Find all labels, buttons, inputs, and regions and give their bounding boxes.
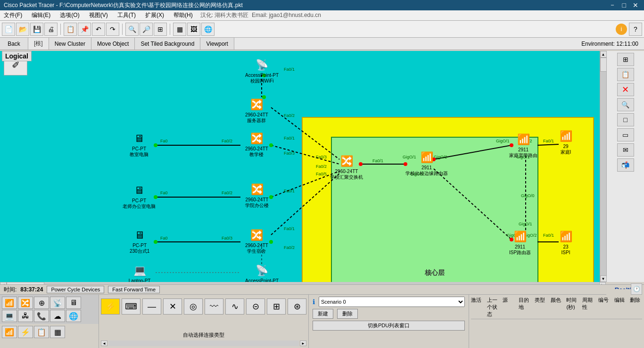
menu-edit[interactable]: 编辑(E) (30, 11, 52, 20)
toolbar-zoom-fit[interactable]: ⊞ (154, 23, 167, 36)
menu-extend[interactable]: 扩展(X) (143, 11, 166, 20)
toolbar-redo[interactable]: ↷ (106, 23, 119, 36)
new-cluster-button[interactable]: New Cluster (49, 38, 91, 50)
conn-scroll-right[interactable]: ► (300, 340, 306, 346)
clock-button[interactable]: 🕐 (631, 283, 642, 295)
device-router-home[interactable]: 📶 2911家庭宽带路由 (509, 132, 537, 158)
device-pc-class[interactable]: 🖥 PC-PT教室电脑 (130, 131, 149, 157)
laptop-icon: 💻 (130, 263, 149, 278)
device-pc-teacher[interactable]: 🖥 PC-PT老师办公室电脑 (123, 183, 156, 209)
dev-phone-btn[interactable]: 📞 (34, 310, 49, 322)
col-time: 时间(秒) (566, 297, 578, 318)
maximize-button[interactable]: □ (620, 1, 628, 9)
device-switch-office[interactable]: 🔀 2960-24TT学院办公楼 (245, 182, 269, 208)
device-home2[interactable]: 📶 29家庭I (556, 129, 575, 155)
toolbar-zoom-in[interactable]: 🔍 (125, 23, 139, 36)
toolbar-info[interactable]: i (616, 24, 627, 35)
rp-copy[interactable]: 📋 (617, 68, 634, 81)
dev-wan-btn[interactable]: 🌐 (66, 310, 81, 322)
menu-options[interactable]: 选项(O) (58, 11, 81, 20)
vertical-scrollbar[interactable]: ▲ ▼ (600, 51, 606, 282)
toolbar-custom[interactable]: 🌐 (201, 23, 215, 36)
dev-cat-switch[interactable]: ⚡ (18, 326, 33, 338)
conn-fiber[interactable]: ◎ (184, 298, 203, 315)
toolbar-question[interactable]: ? (629, 23, 642, 36)
conn-phone[interactable]: 〰 (205, 298, 223, 315)
dev-cloud-btn[interactable]: ☁ (50, 310, 65, 322)
pdu-list-button[interactable]: 切换PDU列表窗口 (313, 321, 465, 331)
scenario-select[interactable]: Scenario 0 (319, 297, 465, 307)
device-switch-student[interactable]: 🔀 2960-24TT学生宿舍 (245, 228, 268, 254)
close-button[interactable]: ✕ (631, 1, 640, 9)
right-panel: ⊞ 📋 ✕ 🔍 □ ▭ ✉ 📬 (606, 51, 644, 282)
set-tiled-bg-button[interactable]: Set Tiled Background (135, 38, 200, 50)
move-object-button[interactable]: Move Object (91, 38, 135, 50)
conn-octal[interactable]: ⊛ (288, 298, 306, 315)
toolbar-new[interactable]: 📄 (2, 23, 15, 36)
conn-serial-dce[interactable]: ⊝ (246, 298, 265, 315)
delete-scenario-button[interactable]: 删除 (337, 309, 358, 319)
power-cycle-button[interactable]: Power Cycle Devices (47, 286, 104, 293)
toolbar-zoom-out[interactable]: 🔎 (140, 23, 153, 36)
rp-rect[interactable]: ▭ (617, 128, 634, 141)
device-switch-teach[interactable]: 🔀 2960-24TT教学楼 (245, 131, 268, 157)
dev-hub-btn[interactable]: ⊕ (34, 297, 49, 309)
scroll-up-arrow[interactable]: ▲ (600, 51, 607, 58)
conn-cross[interactable]: ✕ (163, 298, 182, 315)
conn-auto[interactable]: ⚡ (101, 298, 120, 315)
new-scenario-button[interactable]: 新建 (313, 309, 333, 319)
dev-pc-btn[interactable]: 🖥 (66, 297, 81, 309)
toolbar-print[interactable]: 🖨 (44, 23, 58, 36)
conn-console[interactable]: ⌨ (122, 298, 140, 315)
dev-router-btn[interactable]: 📶 (2, 297, 17, 309)
toolbar-grid[interactable]: ▦ (173, 23, 186, 36)
rp-mail[interactable]: ✉ (617, 143, 634, 157)
menu-help[interactable]: 帮助(H) (172, 11, 195, 20)
fast-forward-button[interactable]: Fast Forward Time (108, 286, 160, 293)
device-accesspoint1[interactable]: 📡 AccessPoint-PT校园网WiFi (245, 58, 279, 84)
dev-laptop-btn[interactable]: 💻 (2, 310, 17, 322)
rp-button1[interactable]: ⊞ (617, 53, 634, 66)
toolbar-save[interactable]: 💾 (30, 23, 43, 36)
conn-straight[interactable]: — (142, 298, 161, 315)
toolbar-copy[interactable]: 📋 (64, 23, 77, 36)
dev-cat-grid[interactable]: ▦ (50, 326, 65, 338)
toolbar-undo[interactable]: ↶ (92, 23, 105, 36)
menu-file[interactable]: 文件(F) (2, 11, 24, 20)
toolbar-open[interactable]: 📂 (16, 23, 29, 36)
dev-switch-btn[interactable]: 🔀 (18, 297, 33, 309)
rp-mail2[interactable]: 📬 (617, 158, 634, 172)
minimize-button[interactable]: － (607, 1, 618, 9)
dev-wireless-btn[interactable]: 📡 (50, 297, 65, 309)
dev-cat-pdu[interactable]: 📋 (34, 326, 49, 338)
device-router-isp[interactable]: 📶 2911ISP路由器 (509, 229, 531, 256)
device-core-switch[interactable]: 🔀 2960-24TT学校汇聚交换机 (330, 154, 363, 180)
toolbar: 📄 📂 💾 🖨 📋 📌 ↶ ↷ 🔍 🔎 ⊞ ▦ 🖼 🌐 i ? (0, 21, 644, 38)
device-accesspoint2[interactable]: 📡 AccessPoint-PT寝室WiFi (245, 263, 279, 282)
back-button[interactable]: Back (0, 38, 28, 50)
switch-icon: 🔀 (247, 97, 266, 112)
device-laptop[interactable]: 💻 Laptop-PT230笔记本1 (127, 263, 152, 282)
dev-server-btn[interactable]: 🖧 (18, 310, 33, 322)
canvas[interactable]: 核心层 汇聚层 (0, 51, 606, 282)
scroll-track[interactable] (600, 58, 607, 275)
device-pc-230[interactable]: 🖥 PC-PT230台式1 (130, 228, 149, 254)
rp-square[interactable]: □ (617, 113, 634, 126)
conn-scroll-left[interactable]: ◄ (101, 340, 107, 346)
device-router-school[interactable]: 📶 2911学校出校边缘路由器 (405, 150, 448, 176)
dev-cat-router[interactable]: 📶 (2, 326, 17, 338)
device-isp2[interactable]: 📶 23ISPI (556, 229, 575, 256)
toolbar-bg[interactable]: 🖼 (187, 23, 200, 36)
device-switch-server[interactable]: 🔀 2960-24TT服务器群 (245, 97, 268, 124)
conn-coax[interactable]: ∿ (225, 298, 244, 315)
scroll-down-arrow[interactable]: ▼ (600, 275, 607, 282)
rp-delete[interactable]: ✕ (617, 83, 634, 96)
rp-zoom[interactable]: 🔍 (617, 98, 634, 111)
viewport-button[interactable]: Viewport (200, 38, 234, 50)
menu-view[interactable]: 视图(V) (87, 11, 110, 20)
svg-text:Fa0/2: Fa0/2 (222, 139, 232, 143)
conn-serial-dte[interactable]: ⊞ (267, 298, 286, 315)
toolbar-paste[interactable]: 📌 (78, 23, 91, 36)
scroll-thumb[interactable] (600, 58, 607, 72)
menu-tools[interactable]: 工具(T) (116, 11, 138, 20)
